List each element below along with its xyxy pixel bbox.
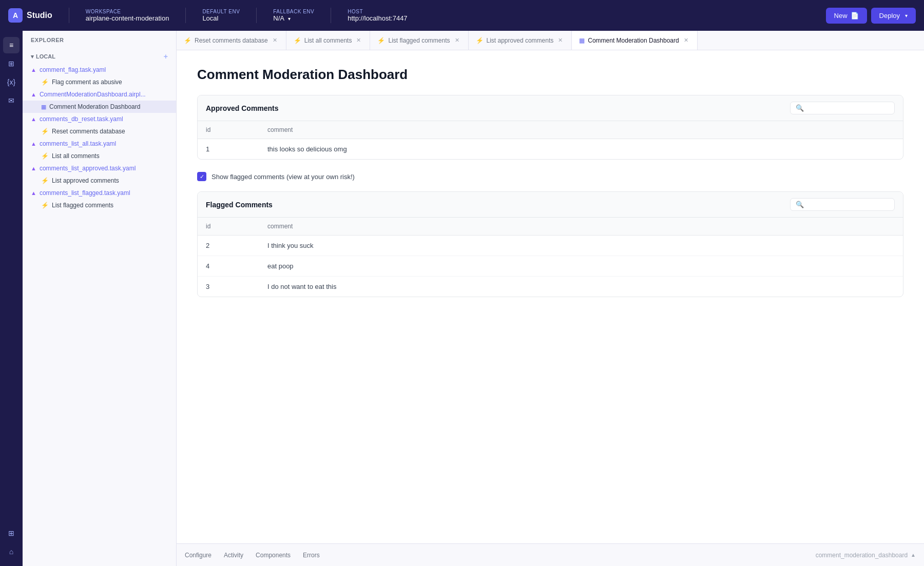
flagged-col-id: id [198,218,259,236]
cell-comment: I do not want to eat this [259,277,903,297]
approved-table-title: Approved Comments [206,104,279,112]
fallback-env-label: FALLBACK ENV [273,9,314,14]
page-title: Comment Moderation Dashboard [197,67,903,83]
host-label: HOST [348,9,407,14]
sidebar-item-comment-flag-file[interactable]: ▲ comment_flag.task.yaml [23,64,176,76]
tab-label: List all comments [304,37,352,44]
separator2 [185,8,186,23]
sidebar-item-reset-sub[interactable]: ⚡ Reset comments database [23,125,176,138]
tab-label: List flagged comments [388,37,450,44]
bottom-id: comment_moderation_dashboard ▲ [816,552,916,559]
sidebar-item-db-reset-file[interactable]: ▲ comments_db_reset.task.yaml [23,113,176,125]
sidebar-label: comment_flag.task.yaml [40,66,106,73]
variables-icon[interactable]: {x} [3,74,20,90]
approved-search-box: 🔍 [790,102,895,114]
sidebar-label: Comment Moderation Dashboard [49,103,140,110]
file-icon: ▲ [31,67,36,73]
workspace-meta: WORKSPACE airplane-content-moderation [86,9,169,22]
page-content: Comment Moderation Dashboard Approved Co… [177,50,924,543]
sidebar-item-list-approved-file[interactable]: ▲ comments_list_approved.task.yaml [23,162,176,174]
sidebar-local-section: ▾ LOCAL + [23,49,176,64]
sidebar-item-flag-comment-sub[interactable]: ⚡ Flag comment as abusive [23,76,176,88]
dashboard-icon: ▦ [41,104,46,110]
workspace-label: WORKSPACE [86,9,169,14]
bottom-id-label: comment_moderation_dashboard [816,552,908,559]
approved-table-header: Approved Comments 🔍 [198,95,903,121]
tab-close-icon3[interactable]: ✕ [453,36,461,44]
tab-bolt-icon3: ⚡ [377,37,385,44]
cell-id: 2 [198,236,259,256]
sidebar-item-list-approved-sub[interactable]: ⚡ List approved comments [23,174,176,187]
tab-bolt-icon: ⚡ [184,37,191,44]
local-label: LOCAL [36,53,55,60]
tab-label: List approved comments [487,37,554,44]
add-file-icon[interactable]: + [164,52,168,61]
approved-table: id comment 1 this looks so delicious omg [198,121,903,159]
bottom-tab-configure[interactable]: Configure [185,550,211,561]
bolt-icon3: ⚡ [41,152,49,160]
sidebar-label: Flag comment as abusive [52,79,122,86]
file-icon5: ▲ [31,165,36,171]
logo-icon: A [8,8,23,23]
tab-close-icon[interactable]: ✕ [271,36,279,44]
plugins-icon[interactable]: ⊞ [3,55,20,72]
home-icon[interactable]: ⌂ [3,543,20,560]
explorer-icon[interactable]: ≡ [3,37,20,53]
flagged-toggle-label: Show flagged comments (view at your own … [211,173,355,181]
file-icon4: ▲ [31,141,36,147]
new-icon: 📄 [851,12,859,19]
tab-dashboard-icon: ▦ [579,37,585,44]
sidebar-label: CommentModerationDashboard.airpl... [40,91,146,98]
sidebar-item-comment-mod-file[interactable]: ▲ CommentModerationDashboard.airpl... [23,88,176,101]
fallback-env-value: N/A ▾ [273,14,314,22]
grid-icon[interactable]: ⊞ [3,525,20,541]
tab-bolt-icon2: ⚡ [294,37,301,44]
bolt-icon4: ⚡ [41,177,49,184]
new-button-label: New [834,12,848,19]
collapse-icon: ▾ [31,53,34,60]
flagged-table-header-row: id comment [198,218,903,236]
new-button[interactable]: New 📄 [826,8,867,24]
navbar-actions: New 📄 Deploy ▾ [826,8,916,24]
sidebar-item-list-flagged-file[interactable]: ▲ comments_list_flagged.task.yaml [23,187,176,199]
sidebar-item-list-all-sub[interactable]: ⚡ List all comments [23,150,176,162]
table-row: 2 I think you suck [198,236,903,256]
approved-search-input[interactable] [807,105,889,112]
sidebar-header: EXPLORER [23,31,176,49]
approved-table-header-row: id comment [198,121,903,139]
search-icon: 🔍 [796,104,804,112]
flagged-search-input[interactable] [807,201,889,208]
cell-id: 3 [198,277,259,297]
navbar: A Studio WORKSPACE airplane-content-mode… [0,0,924,31]
default-env-meta: DEFAULT ENV Local [202,9,240,22]
sidebar-item-comment-mod-dash[interactable]: ▦ Comment Moderation Dashboard [23,101,176,113]
tab-close-icon4[interactable]: ✕ [556,36,564,44]
sidebar-item-list-flagged-sub[interactable]: ⚡ List flagged comments [23,199,176,211]
bottom-tab-components[interactable]: Components [256,550,291,561]
flagged-table-header: Flagged Comments 🔍 [198,192,903,218]
flagged-table: id comment 2 I think you suck 4 eat poop… [198,218,903,297]
workspace-value: airplane-content-moderation [86,14,169,22]
app-name: Studio [27,11,52,20]
tab-close-icon2[interactable]: ✕ [355,36,362,44]
host-meta: HOST http://localhost:7447 [348,9,407,22]
tab-reset[interactable]: ⚡ Reset comments database ✕ [177,31,286,50]
tab-list-all[interactable]: ⚡ List all comments ✕ [286,31,371,50]
deploy-button[interactable]: Deploy ▾ [871,8,916,24]
explorer-label: EXPLORER [31,37,64,43]
sidebar-item-list-all-file[interactable]: ▲ comments_list_all.task.yaml [23,138,176,150]
default-env-value: Local [202,14,240,22]
table-row: 4 eat poop [198,256,903,277]
notifications-icon[interactable]: ✉ [3,92,20,109]
tab-list-approved[interactable]: ⚡ List approved comments ✕ [469,31,572,50]
tab-dashboard[interactable]: ▦ Comment Moderation Dashboard ✕ [572,31,697,50]
tab-list-flagged[interactable]: ⚡ List flagged comments ✕ [370,31,468,50]
flagged-toggle-row: ✓ Show flagged comments (view at your ow… [197,170,903,183]
bottom-tab-errors[interactable]: Errors [303,550,320,561]
sidebar-label: comments_list_flagged.task.yaml [40,189,130,197]
tab-bolt-icon4: ⚡ [476,37,484,44]
bottom-bar: Configure Activity Components Errors com… [177,543,924,566]
flagged-toggle-checkbox[interactable]: ✓ [197,172,206,181]
tab-close-icon5[interactable]: ✕ [682,36,690,44]
bottom-tab-activity[interactable]: Activity [224,550,243,561]
